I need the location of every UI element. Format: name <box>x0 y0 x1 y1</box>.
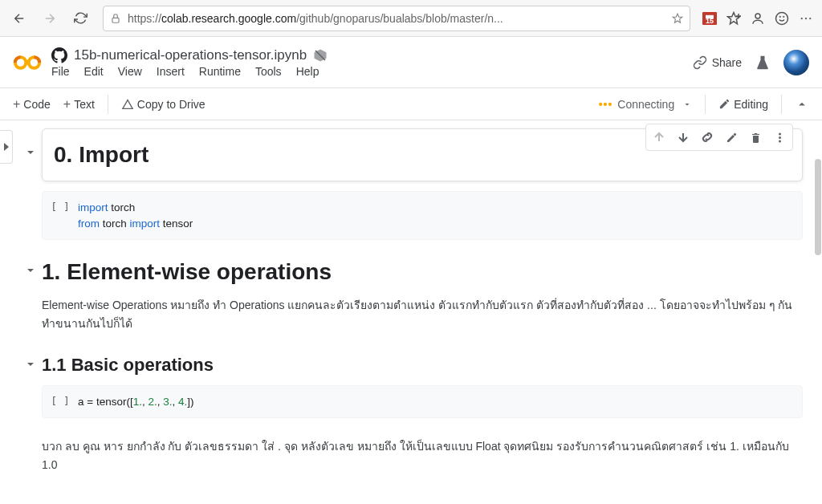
code-cell-1[interactable]: [ ] a = tensor([1., 2., 3., 4.]) <box>42 385 803 419</box>
svg-point-7 <box>801 17 803 18</box>
forward-button[interactable] <box>37 6 63 31</box>
pencil-icon <box>718 98 730 110</box>
code-content[interactable]: a = tensor([1., 2., 3., 4.]) <box>78 394 802 410</box>
paragraph: บวก ลบ คูณ หาร ยกกำลัง กับ ตัวเลขธรรมดา … <box>29 437 803 474</box>
svg-point-9 <box>809 17 811 18</box>
more-cell-button[interactable] <box>768 126 791 148</box>
section-collapse-toggle[interactable] <box>26 146 35 161</box>
notebook-filename[interactable]: 15b-numerical-operations-tensor.ipynb <box>74 47 307 63</box>
add-code-button[interactable]: +Code <box>13 97 51 112</box>
menu-edit[interactable]: Edit <box>84 65 104 78</box>
browser-chrome: https://colab.research.google.com/github… <box>0 0 822 37</box>
cell-toolbar <box>645 124 793 151</box>
link-cell-button[interactable] <box>696 126 718 148</box>
svg-point-8 <box>805 17 807 18</box>
drive-icon <box>121 98 134 111</box>
colab-header: 15b-numerical-operations-tensor.ipynb Fi… <box>0 37 822 88</box>
divider <box>108 95 108 114</box>
colab-logo-icon[interactable] <box>13 53 42 72</box>
connection-status[interactable]: ••• Connecting <box>599 98 693 111</box>
svg-point-14 <box>779 136 781 139</box>
delete-cell-button[interactable] <box>744 126 767 148</box>
execution-indicator[interactable]: [ ] <box>43 394 78 410</box>
favorites-icon[interactable] <box>724 9 743 28</box>
chevron-down-icon[interactable] <box>682 100 692 109</box>
section-collapse-toggle[interactable] <box>26 358 35 372</box>
share-button[interactable]: Share <box>693 55 742 70</box>
section-collapse-toggle[interactable] <box>26 264 35 278</box>
user-avatar[interactable] <box>783 50 809 75</box>
code-content[interactable]: import torch from torch import tensor <box>78 200 802 231</box>
notebook-content[interactable]: 0. Import [ ] import torch from torch im… <box>0 120 822 504</box>
back-button[interactable] <box>6 6 32 31</box>
move-down-button[interactable] <box>672 126 694 148</box>
document-title-area: 15b-numerical-operations-tensor.ipynb Fi… <box>51 47 683 78</box>
loading-dots-icon: ••• <box>599 98 613 111</box>
text-cell-section-1-1[interactable]: 1.1 Basic operations <box>29 355 803 376</box>
url-text: https://colab.research.google.com/github… <box>128 12 665 25</box>
heading: 1.1 Basic operations <box>42 355 803 376</box>
expand-sidebar-button[interactable] <box>0 130 13 164</box>
extension-calendar-icon[interactable]: ▄▄15 <box>700 9 719 28</box>
menu-runtime[interactable]: Runtime <box>199 65 241 78</box>
heading: 1. Element-wise operations <box>42 259 803 285</box>
code-cell-0[interactable]: [ ] import torch from torch import tenso… <box>42 191 803 240</box>
svg-rect-0 <box>112 18 119 22</box>
smiley-icon[interactable] <box>772 9 791 28</box>
menu-view[interactable]: View <box>118 65 142 78</box>
drive-disabled-icon <box>313 48 328 63</box>
chevron-up-icon[interactable] <box>795 97 809 112</box>
add-text-button[interactable]: +Text <box>63 97 95 112</box>
divider <box>705 95 706 114</box>
more-icon[interactable] <box>796 9 816 28</box>
profile-icon[interactable] <box>748 9 767 28</box>
link-icon <box>693 55 707 70</box>
menu-help[interactable]: Help <box>296 65 319 78</box>
move-up-button[interactable] <box>648 126 670 148</box>
url-bar[interactable]: https://colab.research.google.com/github… <box>103 6 690 31</box>
editing-mode-button[interactable]: Editing <box>718 98 768 111</box>
svg-point-3 <box>755 14 760 18</box>
notebook-toolbar: +Code +Text Copy to Drive ••• Connecting… <box>0 88 822 120</box>
execution-indicator[interactable]: [ ] <box>43 200 78 231</box>
menu-file[interactable]: File <box>51 65 70 78</box>
star-outline-icon[interactable] <box>672 13 683 24</box>
divider <box>781 95 782 114</box>
text-cell-section-1[interactable]: 1. Element-wise operations Element-wise … <box>29 259 803 332</box>
menu-tools[interactable]: Tools <box>255 65 282 78</box>
menu-bar: File Edit View Insert Runtime Tools Help <box>51 65 683 78</box>
refresh-button[interactable] <box>67 6 93 31</box>
menu-insert[interactable]: Insert <box>157 65 185 78</box>
svg-point-4 <box>776 12 788 24</box>
svg-point-6 <box>783 16 784 17</box>
paragraph: Element-wise Operations หมายถึง ทำ Opera… <box>42 296 803 332</box>
svg-point-5 <box>779 16 780 17</box>
edit-cell-button[interactable] <box>720 126 743 148</box>
svg-point-13 <box>779 132 781 135</box>
lock-icon <box>110 13 121 24</box>
scrollbar[interactable] <box>815 159 821 255</box>
copy-to-drive-button[interactable]: Copy to Drive <box>121 98 206 111</box>
flask-icon[interactable] <box>755 55 771 71</box>
svg-point-15 <box>779 140 781 142</box>
github-icon <box>51 47 67 63</box>
